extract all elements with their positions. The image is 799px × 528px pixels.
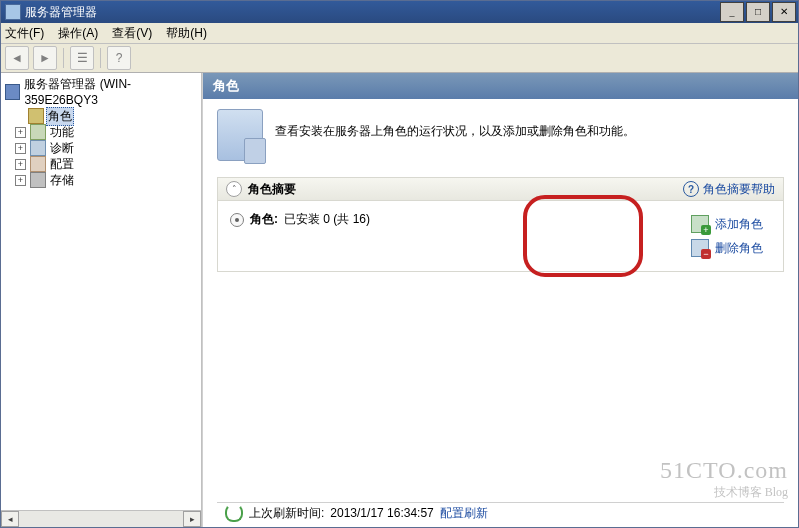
remove-role-link[interactable]: 删除角色	[691, 239, 763, 257]
content-title: 角色	[213, 77, 239, 95]
maximize-button[interactable]: □	[746, 2, 770, 22]
refresh-icon	[225, 504, 243, 522]
toolbar: ◄ ► ☰ ?	[1, 44, 798, 73]
app-icon	[5, 4, 21, 20]
role-actions: 添加角色 删除角色	[683, 211, 771, 261]
status-bar: 上次刷新时间: 2013/1/17 16:34:57 配置刷新	[217, 502, 784, 523]
collapse-toggle[interactable]: ˄	[226, 181, 242, 197]
tree-root-label: 服务器管理器 (WIN-359E26BQY3	[24, 76, 197, 107]
summary-help-link[interactable]: 角色摘要帮助	[703, 181, 775, 198]
expander-icon[interactable]: +	[15, 175, 26, 186]
bullet-icon	[230, 213, 244, 227]
menu-help[interactable]: 帮助(H)	[166, 25, 207, 42]
scroll-right-button[interactable]: ▸	[183, 511, 201, 527]
menu-view[interactable]: 查看(V)	[112, 25, 152, 42]
tree-node-storage[interactable]: + 存储	[3, 172, 199, 188]
add-role-link[interactable]: 添加角色	[691, 215, 763, 233]
panel-body: 角色: 已安装 0 (共 16) 添加角色 删除角色	[218, 201, 783, 271]
storage-icon	[30, 172, 46, 188]
menu-file[interactable]: 文件(F)	[5, 25, 44, 42]
tree-node-roles[interactable]: 角色	[3, 108, 199, 124]
add-role-label: 添加角色	[715, 216, 763, 233]
expander-icon[interactable]: +	[15, 127, 26, 138]
content-header: 角色	[203, 73, 798, 99]
features-icon	[30, 124, 46, 140]
tree-root[interactable]: 服务器管理器 (WIN-359E26BQY3	[3, 75, 199, 108]
roles-large-icon	[217, 109, 263, 161]
toolbar-button-1[interactable]: ☰	[70, 46, 94, 70]
tree-node-label: 诊断	[48, 140, 76, 157]
help-button[interactable]: ?	[107, 46, 131, 70]
nav-back-button[interactable]: ◄	[5, 46, 29, 70]
close-button[interactable]: ✕	[772, 2, 796, 22]
status-time: 2013/1/17 16:34:57	[330, 506, 433, 520]
roles-icon	[28, 108, 44, 124]
tree-node-config[interactable]: + 配置	[3, 156, 199, 172]
nav-tree: 服务器管理器 (WIN-359E26BQY3 角色 + 功能 + 诊断	[1, 73, 202, 527]
diagnostics-icon	[30, 140, 46, 156]
minimize-button[interactable]: _	[720, 2, 744, 22]
roles-summary-panel: ˄ 角色摘要 ? 角色摘要帮助 角色: 已安装 0 (共 16)	[217, 177, 784, 272]
menu-action[interactable]: 操作(A)	[58, 25, 98, 42]
add-role-icon	[691, 215, 709, 233]
tree-hscroll[interactable]: ◂ ▸	[1, 510, 201, 527]
expander-icon[interactable]: +	[15, 159, 26, 170]
tree-node-label: 功能	[48, 124, 76, 141]
panel-header: ˄ 角色摘要 ? 角色摘要帮助	[218, 178, 783, 201]
status-prefix: 上次刷新时间:	[249, 505, 324, 522]
help-icon: ?	[683, 181, 699, 197]
roles-installed-text: 已安装 0 (共 16)	[284, 211, 370, 228]
description-text: 查看安装在服务器上角色的运行状况，以及添加或删除角色和功能。	[275, 109, 635, 140]
scroll-left-button[interactable]: ◂	[1, 511, 19, 527]
menu-bar: 文件(F) 操作(A) 查看(V) 帮助(H)	[1, 23, 798, 44]
config-refresh-link[interactable]: 配置刷新	[440, 505, 488, 522]
config-icon	[30, 156, 46, 172]
tree-node-label: 存储	[48, 172, 76, 189]
server-icon	[5, 84, 20, 100]
tree-node-label: 配置	[48, 156, 76, 173]
tree-node-features[interactable]: + 功能	[3, 124, 199, 140]
tree-node-diagnostics[interactable]: + 诊断	[3, 140, 199, 156]
expander-icon[interactable]: +	[15, 143, 26, 154]
nav-forward-button[interactable]: ►	[33, 46, 57, 70]
roles-label: 角色:	[250, 211, 278, 228]
remove-role-label: 删除角色	[715, 240, 763, 257]
title-bar: 服务器管理器 _ □ ✕	[1, 1, 798, 23]
remove-role-icon	[691, 239, 709, 257]
panel-title: 角色摘要	[248, 181, 296, 198]
window-title: 服务器管理器	[25, 4, 97, 21]
content-pane: 角色 查看安装在服务器上角色的运行状况，以及添加或删除角色和功能。 ˄ 角色摘要…	[202, 73, 798, 527]
description-row: 查看安装在服务器上角色的运行状况，以及添加或删除角色和功能。	[217, 109, 784, 161]
